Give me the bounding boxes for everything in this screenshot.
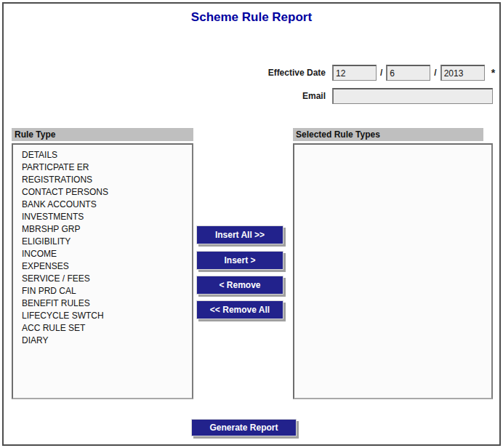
effective-date-month-input[interactable] bbox=[386, 65, 430, 81]
insert-button[interactable]: Insert > bbox=[196, 251, 283, 270]
remove-all-button[interactable]: << Remove All bbox=[196, 300, 283, 319]
page-title: Scheme Rule Report bbox=[0, 10, 503, 25]
rule-type-header: Rule Type bbox=[12, 128, 193, 141]
list-item[interactable]: BANK ACCOUNTS bbox=[22, 199, 192, 211]
list-item[interactable]: PARTICPATE ER bbox=[22, 161, 192, 174]
email-label: Email bbox=[260, 91, 326, 101]
selected-rule-types-column: Selected Rule Types bbox=[293, 128, 493, 399]
list-item[interactable]: FIN PRD CAL bbox=[22, 285, 192, 297]
email-input[interactable] bbox=[332, 88, 493, 104]
list-item[interactable]: ACC RULE SET bbox=[22, 322, 192, 335]
selected-rule-types-listbox[interactable] bbox=[293, 143, 493, 399]
list-item[interactable]: DETAILS bbox=[22, 149, 192, 161]
effective-date-label: Effective Date bbox=[260, 68, 326, 78]
list-item[interactable]: SERVICE / FEES bbox=[22, 273, 192, 285]
email-row: Email bbox=[260, 87, 496, 105]
remove-button[interactable]: < Remove bbox=[196, 276, 283, 295]
list-item[interactable]: LIFECYCLE SWTCH bbox=[22, 310, 192, 322]
list-item[interactable]: EXPENSES bbox=[22, 260, 192, 273]
list-item[interactable]: BENEFIT RULES bbox=[22, 297, 192, 310]
effective-date-day-input[interactable] bbox=[332, 65, 377, 81]
insert-all-button[interactable]: Insert All >> bbox=[196, 225, 283, 244]
list-item[interactable]: INVESTMENTS bbox=[22, 211, 192, 223]
effective-date-year-input[interactable] bbox=[440, 65, 485, 81]
list-item[interactable]: DIARY bbox=[22, 335, 192, 347]
date-separator: / bbox=[434, 68, 436, 78]
required-marker: * bbox=[491, 67, 495, 79]
list-item[interactable]: MBRSHP GRP bbox=[22, 223, 192, 236]
date-separator: / bbox=[380, 68, 382, 78]
effective-date-row: Effective Date / / * bbox=[260, 64, 496, 81]
list-item[interactable]: ELIGIBILITY bbox=[22, 236, 192, 248]
list-item[interactable]: INCOME bbox=[22, 248, 192, 260]
rule-type-listbox[interactable]: DETAILSPARTICPATE ERREGISTRATIONSCONTACT… bbox=[12, 143, 193, 399]
list-item[interactable]: REGISTRATIONS bbox=[22, 174, 192, 186]
list-item[interactable]: CONTACT PERSONS bbox=[22, 186, 192, 199]
selected-rule-types-header: Selected Rule Types bbox=[293, 128, 483, 141]
report-form: Effective Date / / * Email bbox=[260, 64, 496, 111]
rule-type-column: Rule Type DETAILSPARTICPATE ERREGISTRATI… bbox=[12, 128, 193, 399]
generate-report-button[interactable]: Generate Report bbox=[191, 419, 297, 436]
